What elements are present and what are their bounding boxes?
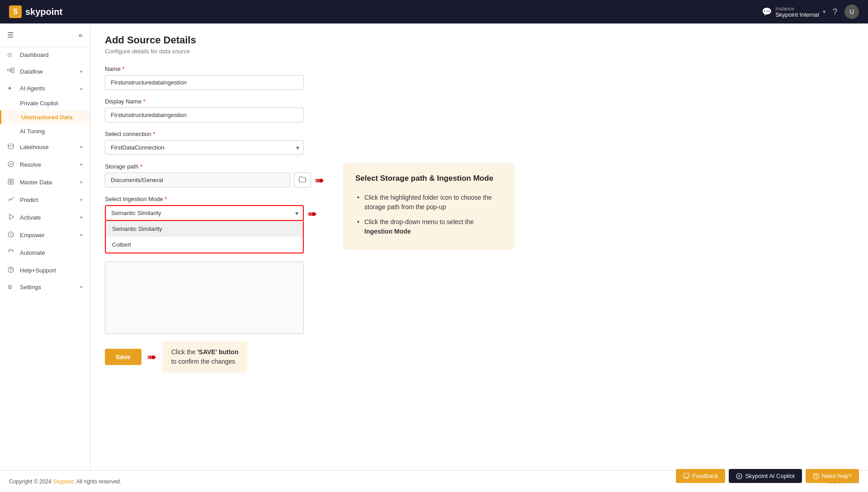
sidebar-item-master-data[interactable]: Master Data ▾ — [0, 173, 90, 191]
sidebar-sub-item-private-copilot[interactable]: Private Copilot — [0, 96, 90, 110]
svg-rect-15 — [684, 473, 689, 478]
sidebar-sub-item-ai-tuning[interactable]: AI Tuning — [0, 124, 90, 138]
svg-rect-7 — [8, 179, 10, 181]
sidebar-collapse-icon[interactable]: « — [79, 31, 83, 39]
main-layout: ☰ « ⊙ Dashboard Dataflow ▾ ✦ AI Agents ▴… — [0, 23, 868, 470]
sidebar-item-dataflow[interactable]: Dataflow ▾ — [0, 63, 90, 80]
storage-path-input[interactable] — [105, 173, 290, 187]
connection-label: Select connection * — [105, 131, 854, 137]
connection-form-group: Select connection * FirstDataConnection … — [105, 131, 854, 155]
dropdown-option-semantic-similarity[interactable]: Semantic Similarity — [106, 221, 303, 237]
svg-point-6 — [8, 161, 14, 167]
hint-box: Select Storage path & Ingestion Mode Cli… — [343, 163, 514, 250]
brand-link[interactable]: Skypoint. — [53, 478, 75, 485]
sidebar-ai-agents-label: AI Agents — [20, 85, 45, 92]
svg-point-18 — [816, 477, 816, 478]
sidebar-item-activate[interactable]: Activate ▾ — [0, 209, 90, 226]
save-arrow: ➠ — [147, 351, 157, 363]
ingestion-mode-select-wrapper: Semantic Similarity Colbert ▾ — [105, 205, 304, 221]
form-column: Storage path * ➠ Select — [105, 163, 325, 373]
help-support-icon — [7, 266, 15, 275]
svg-rect-8 — [11, 179, 14, 181]
svg-rect-0 — [8, 69, 10, 71]
sidebar: ☰ « ⊙ Dashboard Dataflow ▾ ✦ AI Agents ▴… — [0, 23, 90, 470]
ai-agents-icon: ✦ — [7, 85, 15, 92]
sidebar-item-resolve[interactable]: Resolve ▾ — [0, 156, 90, 173]
svg-point-5 — [8, 144, 14, 146]
dropdown-option-colbert[interactable]: Colbert — [106, 237, 303, 253]
hint-bullet-2-prefix: Click the drop-down menu to select the — [364, 218, 474, 225]
save-tooltip-bold: 'SAVE' button — [197, 348, 238, 356]
empower-label: Empower — [20, 232, 45, 239]
predict-label: Predict — [20, 197, 38, 203]
resolve-chevron: ▾ — [80, 162, 83, 168]
storage-path-label: Storage path * — [105, 163, 325, 170]
copilot-label: Skypoint AI Copilot — [745, 473, 794, 479]
help-support-label: Help+Support — [20, 267, 56, 274]
dataflow-icon — [7, 67, 15, 76]
display-name-input[interactable] — [105, 108, 304, 122]
sidebar-menu-icon[interactable]: ☰ — [7, 31, 14, 39]
copilot-button[interactable]: Skypoint AI Copilot — [729, 469, 802, 483]
content-area: Add Source Details Configure details for… — [90, 23, 868, 470]
sidebar-item-ai-agents[interactable]: ✦ AI Agents ▴ — [0, 80, 90, 96]
svg-rect-2 — [11, 71, 14, 73]
ingestion-mode-label: Select Ingestion Mode * — [105, 196, 325, 202]
connection-select[interactable]: FirstDataConnection — [105, 140, 304, 155]
ai-tuning-label: AI Tuning — [20, 128, 45, 135]
empower-chevron: ▾ — [80, 232, 83, 238]
empower-icon — [7, 231, 15, 239]
name-label: Name * — [105, 66, 854, 72]
svg-rect-1 — [11, 68, 14, 70]
predict-icon — [7, 196, 15, 204]
folder-browse-button[interactable] — [294, 173, 311, 187]
ingestion-mode-form-group: Select Ingestion Mode * Semantic Similar… — [105, 196, 325, 253]
resolve-label: Resolve — [20, 161, 41, 168]
page-subtitle: Configure details for data source — [105, 48, 854, 55]
settings-chevron: ▾ — [80, 284, 83, 290]
sidebar-header: ☰ « — [0, 23, 90, 47]
automate-icon — [7, 248, 15, 257]
settings-label: Settings — [20, 284, 41, 291]
activate-label: Activate — [20, 214, 41, 221]
sidebar-item-dashboard[interactable]: ⊙ Dashboard — [0, 47, 90, 63]
sidebar-item-help-support[interactable]: Help+Support — [0, 262, 90, 279]
lakehouse-icon — [7, 143, 15, 151]
page-content: Add Source Details Configure details for… — [90, 23, 868, 470]
sidebar-item-automate[interactable]: Automate — [0, 244, 90, 262]
settings-icon: ⚙ — [7, 284, 15, 291]
sidebar-item-label: Dashboard — [20, 52, 49, 58]
svg-line-3 — [10, 69, 11, 70]
sidebar-item-empower[interactable]: Empower ▾ — [0, 226, 90, 244]
lakehouse-chevron: ▾ — [80, 144, 83, 150]
help-icon[interactable]: ? — [833, 7, 837, 17]
logo-name: skypoint — [25, 7, 62, 17]
need-help-button[interactable]: Need help? — [806, 469, 859, 483]
automate-label: Automate — [20, 249, 45, 256]
topbar: S skypoint 💬 Instance Skypoint Internal … — [0, 0, 868, 23]
name-input[interactable] — [105, 75, 304, 90]
sidebar-item-lakehouse[interactable]: Lakehouse ▾ — [0, 138, 90, 156]
private-copilot-label: Private Copilot — [20, 100, 58, 107]
dataflow-chevron: ▾ — [80, 69, 83, 75]
sidebar-dataflow-label: Dataflow — [20, 68, 43, 75]
activate-chevron: ▾ — [80, 215, 83, 220]
copyright: Copyright © 2024 Skypoint. All rights re… — [9, 478, 121, 485]
storage-path-arrow: ➠ — [315, 174, 325, 186]
ingestion-mode-select[interactable]: Semantic Similarity Colbert — [106, 206, 303, 220]
save-button[interactable]: Save — [105, 349, 142, 365]
avatar[interactable]: U — [844, 5, 859, 19]
display-name-form-group: Display Name * — [105, 98, 854, 122]
feedback-button[interactable]: Feedback — [676, 469, 725, 483]
logo-s-icon: S — [9, 5, 22, 18]
ai-agents-chevron: ▴ — [80, 85, 83, 91]
sidebar-item-settings[interactable]: ⚙ Settings ▾ — [0, 279, 90, 295]
sidebar-item-predict[interactable]: Predict ▾ — [0, 191, 90, 209]
sidebar-sub-item-unstructured-data[interactable]: Unstructured Data — [0, 110, 90, 124]
instance-selector[interactable]: 💬 Instance Skypoint Internal ▾ — [762, 6, 826, 18]
hint-bullet-1: Click the highlighted folder icon to cho… — [355, 190, 502, 215]
svg-marker-11 — [9, 214, 14, 220]
instance-name: Skypoint Internal — [775, 11, 819, 18]
copilot-icon — [736, 473, 742, 479]
save-area: Save ➠ Click the 'SAVE' buttonto confirm… — [105, 341, 325, 373]
